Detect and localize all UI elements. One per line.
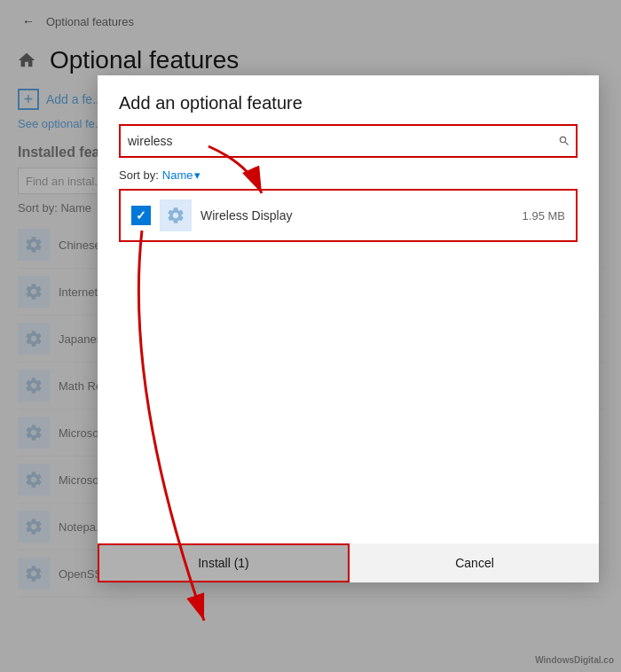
sort-label: Sort by: — [119, 168, 159, 182]
result-name: Wireless Display — [200, 208, 523, 223]
modal-search-row — [98, 124, 599, 168]
checkmark-icon: ✓ — [136, 208, 146, 223]
watermark: WindowsDigital.co — [535, 655, 614, 665]
chevron-down-icon: ▾ — [194, 168, 200, 182]
search-icon[interactable] — [558, 135, 570, 147]
add-feature-modal: Add an optional feature Sort by: Name ▾ … — [98, 75, 599, 582]
sort-value: Name — [162, 168, 193, 182]
search-input-wrapper — [119, 124, 578, 158]
sort-dropdown[interactable]: Name ▾ — [162, 168, 201, 182]
install-button[interactable]: Install (1) — [98, 543, 350, 582]
result-size: 1.95 MB — [523, 209, 565, 223]
modal-title: Add an optional feature — [98, 75, 599, 124]
result-feature-icon — [160, 199, 192, 231]
sort-row-modal: Sort by: Name ▾ — [98, 168, 599, 189]
modal-footer-buttons: Install (1) Cancel — [98, 543, 599, 582]
result-checkbox[interactable]: ✓ — [131, 206, 151, 225]
wireless-display-result[interactable]: ✓ Wireless Display 1.95 MB — [119, 189, 578, 242]
modal-empty-area — [98, 242, 599, 543]
feature-search-input[interactable] — [121, 126, 576, 156]
cancel-button[interactable]: Cancel — [350, 543, 599, 582]
